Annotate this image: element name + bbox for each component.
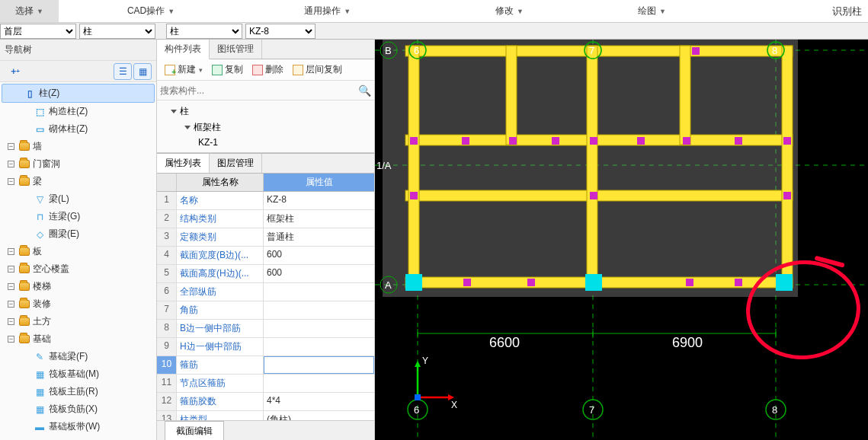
- prop-name: 节点区箍筋: [177, 375, 264, 392]
- property-row[interactable]: 8 B边一侧中部筋: [157, 320, 374, 338]
- nav-item-linkbeam[interactable]: ⊓连梁(G): [0, 208, 156, 225]
- prop-value[interactable]: 4*4: [264, 393, 374, 410]
- row-index: 7: [157, 301, 177, 319]
- tree-node-frame[interactable]: 框架柱: [162, 120, 370, 136]
- menu-common[interactable]: 通用操作▼: [289, 0, 366, 22]
- nav-item-masonry-column[interactable]: ▭砌体柱(Z): [0, 120, 156, 138]
- property-row[interactable]: 13 柱类型 (角柱): [157, 411, 374, 420]
- nav-item-raft-main[interactable]: ▦筏板主筋(R): [0, 383, 156, 400]
- tab-components[interactable]: 构件列表: [157, 40, 210, 59]
- nav-item-earthwork[interactable]: −土方: [0, 313, 156, 330]
- section-edit-button[interactable]: 截面编辑: [165, 421, 224, 441]
- search-icon[interactable]: 🔍: [358, 84, 371, 97]
- menu-cad[interactable]: CAD操作▼: [112, 0, 190, 22]
- svg-rect-28: [410, 192, 418, 199]
- prop-value[interactable]: [264, 283, 374, 301]
- menu-select[interactable]: 选择▼: [0, 0, 59, 22]
- nav-item-ringbeam[interactable]: ◇圈梁(E): [0, 225, 156, 243]
- prop-value[interactable]: 600: [264, 265, 374, 282]
- svg-rect-29: [590, 192, 597, 199]
- identify-column-label[interactable]: 识别柱: [832, 5, 862, 18]
- svg-text:6: 6: [414, 45, 419, 56]
- menu-modify[interactable]: 修改▼: [480, 0, 539, 22]
- nav-item-column[interactable]: ▯柱(Z): [2, 84, 155, 103]
- prop-name: 柱类型: [177, 411, 264, 420]
- drawing-svg: 6600 6900 6 7 8 6 7 8 B A 1/A: [375, 40, 868, 440]
- new-button[interactable]: 新建▾: [160, 63, 207, 76]
- prop-value[interactable]: 600: [264, 247, 374, 264]
- copy-button[interactable]: 复制: [207, 63, 248, 76]
- svg-rect-27: [783, 137, 791, 145]
- property-row[interactable]: 5 截面高度(H边)(... 600: [157, 265, 374, 283]
- tab-drawings[interactable]: 图纸管理: [210, 40, 262, 59]
- nav-item-foundation[interactable]: −基础: [0, 330, 156, 348]
- nav-item-wall[interactable]: −墙: [0, 138, 156, 155]
- category-select-2[interactable]: 柱: [166, 24, 242, 39]
- prop-value[interactable]: [264, 338, 374, 356]
- tab-properties[interactable]: 属性列表: [157, 154, 210, 173]
- row-index: 12: [157, 393, 177, 410]
- prop-value[interactable]: (角柱): [264, 411, 374, 420]
- nav-item-stair[interactable]: −楼梯: [0, 278, 156, 295]
- prop-value[interactable]: KZ-8: [264, 192, 374, 209]
- prop-value[interactable]: [264, 356, 374, 374]
- property-row[interactable]: 6 全部纵筋: [157, 283, 374, 301]
- svg-text:8: 8: [772, 404, 777, 416]
- prop-value[interactable]: [264, 301, 374, 319]
- property-row[interactable]: 12 箍筋胶数 4*4: [157, 393, 374, 411]
- nav-item-hollow[interactable]: −空心楼盖: [0, 260, 156, 278]
- nav-item-raft-neg[interactable]: ▦筏板负筋(X): [0, 400, 156, 418]
- dropdown-caret-icon: ▼: [517, 8, 524, 15]
- svg-rect-26: [735, 137, 742, 145]
- nav-item-constructional-column[interactable]: ⬚构造柱(Z): [0, 103, 156, 120]
- prop-name: 角筋: [177, 301, 264, 319]
- menu-draw[interactable]: 绘图▼: [623, 0, 681, 22]
- dropdown-caret-icon: ▼: [344, 8, 351, 15]
- floor-copy-button[interactable]: 层间复制: [288, 63, 347, 76]
- svg-text:Y: Y: [422, 356, 428, 366]
- nav-item-foundation-beam[interactable]: ✎基础梁(F): [0, 348, 156, 365]
- property-table: 属性名称 属性值 1 名称 KZ-82 结构类别 框架柱3 定额类别 普通柱4 …: [157, 174, 374, 420]
- search-input[interactable]: [160, 85, 358, 96]
- floor-copy-icon: [293, 65, 303, 75]
- delete-button[interactable]: 删除: [248, 63, 288, 76]
- nav-item-foundation-strip[interactable]: ▬基础板带(W): [0, 418, 156, 435]
- row-index: 4: [157, 247, 177, 264]
- tab-layers[interactable]: 图层管理: [210, 154, 262, 173]
- property-row[interactable]: 9 H边一侧中部筋: [157, 338, 374, 356]
- nav-item-beam-l[interactable]: ▽梁(L): [0, 190, 156, 208]
- floor-select[interactable]: 首层: [0, 24, 76, 39]
- collapse-icon: −: [8, 161, 14, 167]
- prop-value[interactable]: [264, 375, 374, 392]
- property-row[interactable]: 3 定额类别 普通柱: [157, 228, 374, 247]
- prop-value[interactable]: [264, 320, 374, 337]
- property-row[interactable]: 4 截面宽度(B边)(... 600: [157, 247, 374, 265]
- svg-rect-62: [415, 394, 421, 400]
- property-row[interactable]: 11 节点区箍筋: [157, 375, 374, 393]
- nav-item-raft[interactable]: ▦筏板基础(M): [0, 365, 156, 383]
- add-icon[interactable]: ++: [6, 63, 24, 80]
- category-select-1[interactable]: 柱: [79, 24, 155, 39]
- beam-icon: ◇: [34, 229, 46, 240]
- prop-value[interactable]: 普通柱: [264, 228, 374, 246]
- row-index: 13: [157, 411, 177, 420]
- svg-rect-16: [405, 274, 422, 291]
- nav-item-decoration[interactable]: −装修: [0, 295, 156, 313]
- nav-item-door[interactable]: −门窗洞: [0, 155, 156, 173]
- property-row[interactable]: 10 箍筋: [157, 356, 374, 375]
- column-icon: ▭: [34, 124, 46, 135]
- property-row[interactable]: 2 结构类别 框架柱: [157, 210, 374, 228]
- property-row[interactable]: 7 角筋: [157, 301, 374, 320]
- grid-view-icon[interactable]: ▦: [133, 63, 152, 80]
- prop-value[interactable]: 框架柱: [264, 210, 374, 228]
- component-select[interactable]: KZ-8: [245, 24, 315, 39]
- property-row[interactable]: 1 名称 KZ-8: [157, 192, 374, 210]
- drawing-canvas[interactable]: 6600 6900 6 7 8 6 7 8 B A 1/A: [375, 40, 868, 440]
- folder-icon: [19, 247, 30, 256]
- list-view-icon[interactable]: ☰: [114, 63, 132, 80]
- prop-name: 全部纵筋: [177, 283, 264, 301]
- tree-node-root[interactable]: 柱: [162, 104, 370, 120]
- nav-item-slab[interactable]: −板: [0, 243, 156, 260]
- nav-item-beam[interactable]: −梁: [0, 173, 156, 190]
- tree-node-kz1[interactable]: KZ-1: [162, 136, 370, 149]
